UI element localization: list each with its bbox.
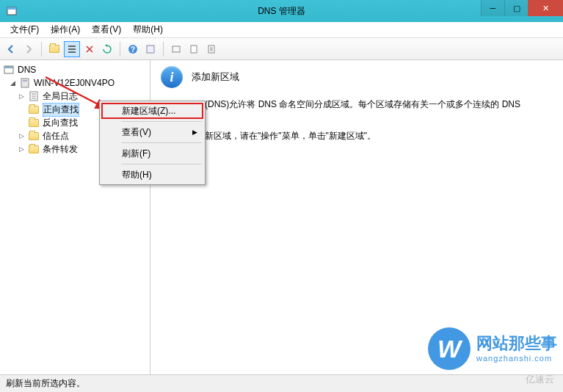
list-button[interactable]: [64, 41, 80, 57]
submenu-arrow-icon: ▶: [192, 128, 197, 136]
tree-label: 条件转发: [43, 143, 78, 156]
menu-separator: [122, 121, 202, 122]
back-button[interactable]: [3, 41, 19, 57]
svg-rect-9: [191, 46, 197, 53]
menu-refresh[interactable]: 刷新(F): [101, 145, 203, 161]
export-button[interactable]: [203, 41, 219, 57]
status-text: 刷新当前所选内容。: [6, 377, 85, 390]
tree-label: 信任点: [43, 130, 69, 142]
expand-icon[interactable]: ▷: [18, 132, 26, 140]
folder-icon: [28, 117, 40, 128]
minimize-button[interactable]: ─: [481, 0, 504, 16]
svg-text:?: ?: [131, 46, 135, 54]
properties-button[interactable]: [142, 41, 159, 57]
menu-separator: [122, 142, 202, 143]
folder-icon: [28, 130, 40, 142]
toolbar-separator: [120, 42, 120, 57]
context-menu: 新建区域(Z)... 查看(V)▶ 刷新(F) 帮助(H): [99, 101, 206, 185]
svg-rect-12: [4, 66, 13, 68]
tree-label: DNS: [18, 65, 36, 75]
menu-view[interactable]: 查看(V)▶: [101, 124, 203, 140]
tree-label: 正向查找: [43, 103, 79, 117]
svg-rect-1: [7, 7, 16, 10]
folder-icon: [28, 104, 40, 115]
svg-rect-7: [147, 46, 154, 53]
up-button[interactable]: [46, 41, 62, 57]
menu-help[interactable]: 帮助(H): [127, 22, 169, 37]
log-icon: [28, 90, 40, 102]
forward-button[interactable]: [21, 41, 37, 57]
app-icon: [6, 5, 18, 17]
tree-server[interactable]: ◢ WIN-V12EJ0NV4PO: [1, 76, 148, 90]
svg-rect-14: [23, 80, 27, 81]
window-controls: ─ ▢ ✕: [481, 0, 563, 16]
menu-help[interactable]: 帮助(H): [101, 167, 203, 183]
detail-heading: 添加新区域: [192, 70, 239, 84]
info-icon: i: [161, 66, 183, 88]
detail-text: (DNS)允许将 DNS 命名空间分成区域。每个区域存储有关一个或多个连续的 D…: [161, 97, 553, 145]
detail-heading-row: i 添加新区域: [161, 66, 553, 88]
detail-line1: (DNS)允许将 DNS 命名空间分成区域。每个区域存储有关一个或多个连续的 D…: [161, 97, 553, 113]
server-icon: [19, 77, 31, 89]
tree-label: 全局日志: [43, 90, 78, 103]
menu-file[interactable]: 文件(F): [4, 22, 45, 37]
content-area: DNS ◢ WIN-V12EJ0NV4PO ▷ 全局日志 正向查找 反向查找 ▷: [0, 60, 563, 374]
statusbar: 刷新当前所选内容。: [0, 374, 563, 392]
tree-label: WIN-V12EJ0NV4PO: [34, 78, 115, 88]
toolbar-separator: [41, 42, 42, 57]
toolbar: ?: [0, 38, 563, 60]
toolbar-separator: [163, 42, 164, 57]
dns-icon: [3, 64, 15, 76]
expand-icon[interactable]: ▷: [18, 92, 26, 101]
svg-rect-3: [68, 48, 76, 50]
expand-icon[interactable]: ▷: [18, 145, 26, 153]
window-titlebar: DNS 管理器 ─ ▢ ✕: [0, 0, 563, 22]
maximize-button[interactable]: ▢: [504, 0, 528, 16]
tree-root-dns[interactable]: DNS: [1, 63, 148, 76]
tree-label: 反向查找: [43, 117, 78, 129]
window-title: DNS 管理器: [258, 5, 305, 18]
filter-button[interactable]: [168, 41, 184, 57]
collapse-icon[interactable]: ◢: [9, 79, 17, 87]
close-button[interactable]: ✕: [528, 0, 563, 16]
svg-rect-2: [68, 46, 76, 47]
menu-new-zone[interactable]: 新建区域(Z)...: [101, 103, 203, 119]
find-button[interactable]: [186, 41, 202, 57]
folder-icon: [28, 143, 40, 155]
help-button[interactable]: ?: [125, 41, 141, 57]
svg-rect-13: [21, 79, 29, 87]
detail-line2: 新区域，请在"操作"菜单，单击"新建区域"。: [161, 128, 553, 145]
delete-button[interactable]: [81, 41, 98, 57]
svg-rect-4: [68, 51, 76, 53]
menu-action[interactable]: 操作(A): [45, 22, 86, 37]
detail-pane: i 添加新区域 (DNS)允许将 DNS 命名空间分成区域。每个区域存储有关一个…: [150, 60, 563, 374]
refresh-button[interactable]: [99, 41, 115, 57]
svg-rect-8: [172, 46, 180, 52]
menubar: 文件(F) 操作(A) 查看(V) 帮助(H): [0, 22, 563, 38]
menu-view[interactable]: 查看(V): [86, 22, 127, 37]
menu-separator: [122, 164, 202, 164]
